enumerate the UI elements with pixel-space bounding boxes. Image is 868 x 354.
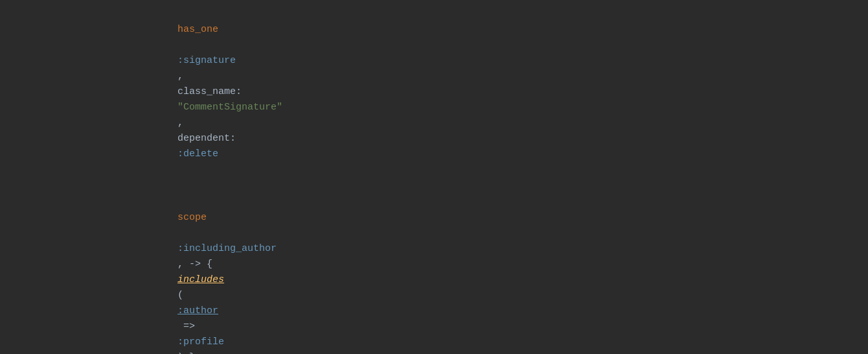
keyword-has-one: has_one [177,24,218,35]
symbol-signature: :signature [177,55,236,66]
code-line-scope-including-author: scope :including_author , -> { includes … [0,195,868,354]
symbol-delete: :delete [177,148,218,159]
code-editor: has_one :signature , class_name: "Commen… [0,0,868,354]
string-comment-signature: "CommentSignature" [177,102,282,113]
keyword-scope: scope [177,212,207,223]
method-includes: includes [177,274,224,285]
param-class-name: class_name: [177,86,247,97]
symbol-profile: :profile [177,336,224,348]
symbol-author: :author [177,305,218,316]
symbol-including-author: :including_author [177,243,277,254]
param-dependent: dependent: [177,133,242,144]
code-line: has_one :signature , class_name: "Commen… [0,6,868,178]
code-line-blank [0,178,868,195]
